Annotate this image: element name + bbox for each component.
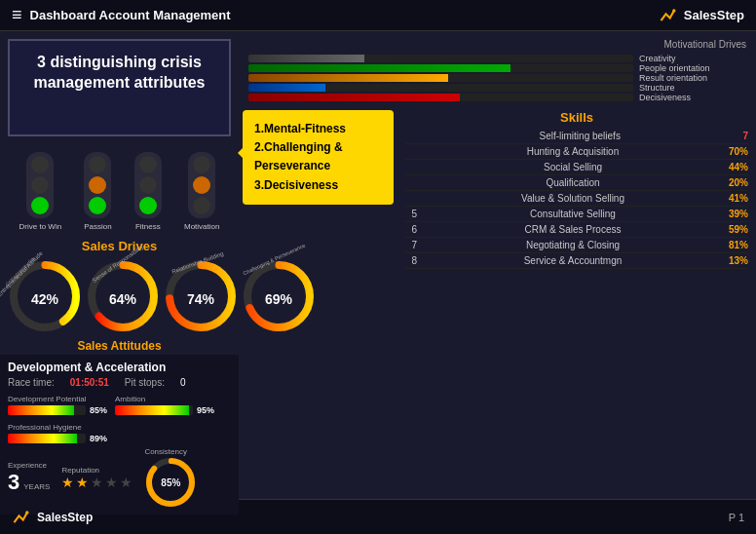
- motive-label: Decisiveness: [639, 93, 746, 102]
- orange-light: [193, 176, 210, 194]
- experience-row: Experience 3 YEARS Reputation ★ ★ ★ ★ ★: [8, 447, 231, 509]
- skill-name: Self-limiting beliefs: [540, 131, 621, 141]
- reputation-item: Reputation ★ ★ ★ ★ ★: [61, 466, 132, 490]
- svg-text:74%: 74%: [187, 291, 215, 307]
- red-light: [31, 156, 49, 173]
- green-light: [139, 197, 157, 214]
- skill-value: 13%: [729, 255, 748, 266]
- red-light: [193, 156, 210, 173]
- metric-bar-fill: [8, 434, 77, 443]
- star-3: ★: [91, 475, 103, 490]
- gauge-responsibility: 64% Sense of Responsibility: [84, 257, 162, 335]
- skill-row-consultative: 5 Consultative Selling 39%: [405, 207, 748, 222]
- skill-value: 41%: [729, 193, 748, 204]
- motive-result: Result orientation: [248, 73, 746, 83]
- metric-ambition: Ambition 95%: [115, 395, 214, 415]
- crisis-management-box: 3 distinguishing crisis management attri…: [8, 39, 231, 136]
- popup-item-2: 2.Challenging & Perseverance: [254, 138, 382, 175]
- popup-item-1: 1.Mental-Fitness: [254, 120, 382, 138]
- skill-name: Social Selling: [544, 162, 602, 172]
- development-section: Development & Acceleration Race time: 01…: [0, 355, 239, 515]
- footer-logo: SalesStep: [12, 508, 93, 527]
- gauge-perseverance: 69% Challenging & Perseverance: [240, 257, 318, 335]
- skill-value: 81%: [729, 240, 748, 250]
- green-light: [193, 197, 210, 214]
- consistency-value: 85%: [161, 477, 180, 488]
- svg-text:69%: 69%: [265, 291, 293, 307]
- skill-name: Consultative Selling: [530, 209, 616, 219]
- page-number: P 1: [729, 512, 744, 523]
- consistency-label: Consistency: [144, 447, 197, 456]
- motive-people: People orientation: [248, 63, 746, 73]
- red-light: [139, 156, 157, 173]
- metrics-row: Development Potential 85% Ambition: [8, 395, 231, 443]
- header-logo: SalesStep: [659, 6, 744, 25]
- skill-row-crm: 6 CRM & Sales Process 59%: [405, 222, 748, 238]
- drive-to-win-label: Drive to Win: [19, 222, 62, 231]
- metric-bar-fill: [115, 405, 189, 415]
- sales-attitudes-section: 42% Entrepreneurial Entrepreneurial Atti…: [0, 253, 239, 355]
- logo-text: SalesStep: [684, 8, 744, 22]
- star-5: ★: [120, 475, 132, 490]
- experience-label: Experience: [8, 461, 50, 470]
- skill-num: 7: [405, 240, 417, 250]
- skill-value: 7: [742, 131, 748, 141]
- gauge-svg: 74% Relationship Building: [162, 257, 240, 335]
- motive-bar-track: [248, 64, 633, 72]
- svg-point-16: [25, 511, 28, 514]
- skill-num: 6: [405, 224, 417, 235]
- skill-row-hunting: Hunting & Acquisition 70%: [405, 144, 748, 160]
- motive-label: Structure: [639, 83, 746, 93]
- pit-stops-label: Pit stops:: [125, 377, 165, 388]
- motive-creativity: Creativity: [248, 54, 746, 63]
- race-time-label: Race time:: [8, 377, 55, 388]
- experience-unit: YEARS: [23, 482, 50, 491]
- header: ≡ Dashboard Account Management SalesStep: [0, 0, 756, 31]
- motive-bar-fill: [248, 74, 448, 82]
- sales-drives-label: Sales Drives: [0, 239, 239, 253]
- orange-light: [31, 176, 49, 194]
- passion-label: Passion: [84, 222, 111, 231]
- metric-bar-track: [115, 405, 193, 415]
- traffic-lights-row: Drive to Win Passion: [0, 148, 239, 235]
- skill-name: CRM & Sales Process: [525, 224, 622, 235]
- experience-item: Experience 3 YEARS: [8, 461, 50, 495]
- red-light: [89, 156, 106, 173]
- motive-bar-fill: [248, 94, 460, 101]
- menu-icon[interactable]: ≡: [12, 5, 22, 25]
- traffic-light-body: [26, 152, 54, 218]
- skill-value: 20%: [729, 177, 748, 188]
- metric-label: Ambition: [115, 395, 145, 403]
- metric-bar-track: [8, 405, 86, 415]
- footer-logo-text: SalesStep: [37, 511, 93, 524]
- sales-drives-section: Drive to Win Passion: [0, 144, 239, 253]
- motive-label: People orientation: [639, 63, 746, 73]
- motive-label: Creativity: [639, 54, 746, 63]
- crisis-text: 3 distinguishing crisis management attri…: [33, 54, 205, 91]
- motivational-drives-title: Motivational Drives: [248, 39, 746, 50]
- skill-name: Hunting & Acquisition: [527, 146, 620, 157]
- stars-row: ★ ★ ★ ★ ★: [61, 475, 132, 490]
- traffic-light-body: [188, 152, 215, 218]
- green-light: [31, 197, 49, 214]
- motive-bar-fill: [248, 84, 325, 92]
- orange-light: [89, 176, 106, 194]
- metric-value: 89%: [90, 434, 107, 443]
- gauge-entrepreneurial: 42% Entrepreneurial Entrepreneurial Atti…: [6, 257, 84, 335]
- gauge-circle: 42% Entrepreneurial: [6, 257, 84, 335]
- traffic-light-motivation: Motivation: [184, 152, 219, 231]
- star-4: ★: [105, 475, 118, 490]
- skill-value: 44%: [729, 162, 748, 172]
- star-2: ★: [76, 475, 89, 490]
- motive-bar-track: [248, 55, 633, 62]
- motive-bar-fill: [248, 55, 364, 62]
- motivational-drives: Motivational Drives Creativity People or…: [239, 31, 756, 106]
- skill-row-service: 8 Service & Accountmgn 13%: [405, 253, 748, 269]
- svg-point-0: [672, 9, 675, 12]
- sales-attitudes-label: Sales Attitudes: [2, 339, 237, 353]
- traffic-light-body: [134, 152, 162, 218]
- gauge-relationship: 74% Relationship Building: [162, 257, 240, 335]
- skill-num: 5: [405, 209, 417, 219]
- traffic-light-body: [84, 152, 111, 218]
- experience-value: 3: [8, 470, 19, 495]
